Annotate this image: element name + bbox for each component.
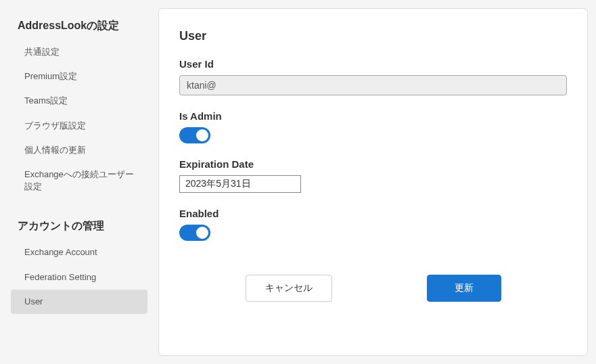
sidebar: AddressLookの設定 共通設定 Premium設定 Teams設定 ブラ… xyxy=(8,8,150,356)
enabled-toggle[interactable] xyxy=(179,225,210,241)
expiration-date-group: Expiration Date xyxy=(179,158,567,193)
sidebar-item-exchange-connection[interactable]: Exchangeへの接続ユーザー設定 xyxy=(8,162,150,199)
sidebar-item-common[interactable]: 共通設定 xyxy=(8,40,150,64)
sidebar-section-account: アカウントの管理 Exchange Account Federation Set… xyxy=(8,215,150,314)
button-row: キャンセル 更新 xyxy=(179,275,567,302)
sidebar-section-addresslook: AddressLookの設定 共通設定 Premium設定 Teams設定 ブラ… xyxy=(8,15,150,199)
sidebar-item-teams[interactable]: Teams設定 xyxy=(8,89,150,113)
cancel-button[interactable]: キャンセル xyxy=(246,275,332,302)
sidebar-item-exchange-account[interactable]: Exchange Account xyxy=(8,240,150,265)
user-id-input[interactable] xyxy=(179,75,567,95)
is-admin-toggle[interactable] xyxy=(179,127,210,143)
panel-title: User xyxy=(179,29,567,43)
main-panel: User User Id Is Admin Expiration Date En… xyxy=(158,8,588,356)
sidebar-section-title: AddressLookの設定 xyxy=(8,15,150,40)
sidebar-item-federation-setting[interactable]: Federation Setting xyxy=(8,265,150,290)
enabled-label: Enabled xyxy=(179,208,567,219)
enabled-group: Enabled xyxy=(179,208,567,241)
expiration-date-input[interactable] xyxy=(179,175,301,193)
expiration-date-label: Expiration Date xyxy=(179,158,567,170)
sidebar-section-title: アカウントの管理 xyxy=(8,215,150,240)
sidebar-item-personal-info[interactable]: 個人情報の更新 xyxy=(8,138,150,162)
submit-button[interactable]: 更新 xyxy=(427,275,501,302)
user-id-label: User Id xyxy=(179,58,567,70)
sidebar-item-browser[interactable]: ブラウザ版設定 xyxy=(8,114,150,138)
is-admin-group: Is Admin xyxy=(179,110,567,143)
sidebar-item-premium[interactable]: Premium設定 xyxy=(8,64,150,89)
is-admin-label: Is Admin xyxy=(179,110,567,122)
sidebar-item-user[interactable]: User xyxy=(11,290,147,314)
user-id-group: User Id xyxy=(179,58,567,95)
